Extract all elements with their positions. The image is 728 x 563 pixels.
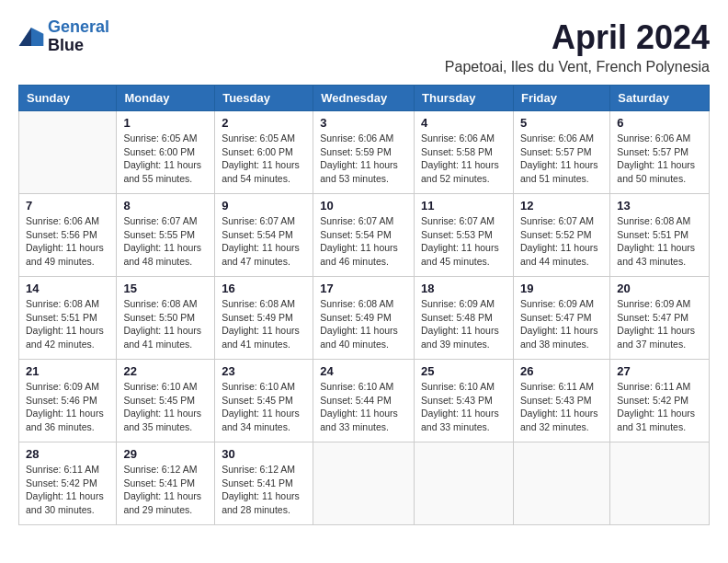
col-header-tuesday: Tuesday xyxy=(215,86,313,111)
calendar-cell xyxy=(610,442,710,525)
calendar-cell xyxy=(19,111,117,194)
calendar-cell xyxy=(415,442,514,525)
calendar-cell: 5Sunrise: 6:06 AM Sunset: 5:57 PM Daylig… xyxy=(513,111,609,194)
calendar-cell: 21Sunrise: 6:09 AM Sunset: 5:46 PM Dayli… xyxy=(19,360,117,442)
day-number: 15 xyxy=(123,282,208,295)
day-info: Sunrise: 6:07 AM Sunset: 5:53 PM Dayligh… xyxy=(421,214,506,269)
calendar-cell: 16Sunrise: 6:08 AM Sunset: 5:49 PM Dayli… xyxy=(215,277,313,360)
calendar-cell: 23Sunrise: 6:10 AM Sunset: 5:45 PM Dayli… xyxy=(215,360,313,442)
day-info: Sunrise: 6:11 AM Sunset: 5:43 PM Dayligh… xyxy=(520,380,603,434)
day-info: Sunrise: 6:09 AM Sunset: 5:47 PM Dayligh… xyxy=(520,297,603,351)
calendar-cell: 26Sunrise: 6:11 AM Sunset: 5:43 PM Dayli… xyxy=(513,360,609,442)
calendar-cell: 8Sunrise: 6:07 AM Sunset: 5:55 PM Daylig… xyxy=(117,194,215,277)
page-header: General Blue April 2024 Papetoai, Iles d… xyxy=(18,18,710,75)
day-number: 5 xyxy=(520,116,603,130)
svg-marker-1 xyxy=(19,28,31,46)
calendar-cell: 13Sunrise: 6:08 AM Sunset: 5:51 PM Dayli… xyxy=(610,194,710,277)
calendar-cell: 17Sunrise: 6:08 AM Sunset: 5:49 PM Dayli… xyxy=(313,277,415,360)
day-number: 26 xyxy=(520,364,603,378)
calendar-header-row: SundayMondayTuesdayWednesdayThursdayFrid… xyxy=(19,86,710,111)
week-row-5: 28Sunrise: 6:11 AM Sunset: 5:42 PM Dayli… xyxy=(19,442,710,525)
day-number: 6 xyxy=(617,116,702,130)
day-info: Sunrise: 6:08 AM Sunset: 5:51 PM Dayligh… xyxy=(26,297,109,351)
day-number: 3 xyxy=(320,116,407,130)
calendar-cell: 10Sunrise: 6:07 AM Sunset: 5:54 PM Dayli… xyxy=(313,194,415,277)
calendar-cell: 3Sunrise: 6:06 AM Sunset: 5:59 PM Daylig… xyxy=(313,111,415,194)
col-header-wednesday: Wednesday xyxy=(313,86,415,111)
day-info: Sunrise: 6:06 AM Sunset: 5:57 PM Dayligh… xyxy=(617,132,702,186)
calendar-table: SundayMondayTuesdayWednesdayThursdayFrid… xyxy=(18,85,710,525)
day-info: Sunrise: 6:06 AM Sunset: 5:56 PM Dayligh… xyxy=(26,214,109,269)
day-info: Sunrise: 6:07 AM Sunset: 5:54 PM Dayligh… xyxy=(222,214,306,269)
calendar-cell: 29Sunrise: 6:12 AM Sunset: 5:41 PM Dayli… xyxy=(117,442,215,525)
day-number: 24 xyxy=(320,364,407,378)
day-info: Sunrise: 6:09 AM Sunset: 5:47 PM Dayligh… xyxy=(617,297,702,351)
day-number: 25 xyxy=(421,364,506,378)
day-info: Sunrise: 6:08 AM Sunset: 5:49 PM Dayligh… xyxy=(320,297,407,351)
day-number: 12 xyxy=(520,199,603,213)
day-number: 16 xyxy=(222,282,306,295)
day-info: Sunrise: 6:06 AM Sunset: 5:57 PM Dayligh… xyxy=(520,132,603,186)
day-info: Sunrise: 6:12 AM Sunset: 5:41 PM Dayligh… xyxy=(222,463,306,517)
day-info: Sunrise: 6:07 AM Sunset: 5:55 PM Dayligh… xyxy=(123,214,208,269)
week-row-1: 1Sunrise: 6:05 AM Sunset: 6:00 PM Daylig… xyxy=(19,111,710,194)
day-number: 17 xyxy=(320,282,407,295)
week-row-3: 14Sunrise: 6:08 AM Sunset: 5:51 PM Dayli… xyxy=(19,277,710,360)
title-block: April 2024 Papetoai, Iles du Vent, Frenc… xyxy=(445,18,710,75)
calendar-cell: 1Sunrise: 6:05 AM Sunset: 6:00 PM Daylig… xyxy=(117,111,215,194)
day-info: Sunrise: 6:08 AM Sunset: 5:49 PM Dayligh… xyxy=(222,297,306,351)
calendar-cell: 24Sunrise: 6:10 AM Sunset: 5:44 PM Dayli… xyxy=(313,360,415,442)
day-info: Sunrise: 6:09 AM Sunset: 5:46 PM Dayligh… xyxy=(26,380,109,434)
location: Papetoai, Iles du Vent, French Polynesia xyxy=(445,59,710,75)
calendar-cell: 27Sunrise: 6:11 AM Sunset: 5:42 PM Dayli… xyxy=(610,360,710,442)
day-number: 10 xyxy=(320,199,407,213)
calendar-cell: 11Sunrise: 6:07 AM Sunset: 5:53 PM Dayli… xyxy=(415,194,514,277)
day-number: 13 xyxy=(617,199,702,213)
day-number: 11 xyxy=(421,199,506,213)
day-info: Sunrise: 6:05 AM Sunset: 6:00 PM Dayligh… xyxy=(123,132,208,186)
day-info: Sunrise: 6:08 AM Sunset: 5:50 PM Dayligh… xyxy=(123,297,208,351)
calendar-cell: 4Sunrise: 6:06 AM Sunset: 5:58 PM Daylig… xyxy=(415,111,514,194)
calendar-cell: 18Sunrise: 6:09 AM Sunset: 5:48 PM Dayli… xyxy=(415,277,514,360)
day-number: 19 xyxy=(520,282,603,295)
calendar-cell: 19Sunrise: 6:09 AM Sunset: 5:47 PM Dayli… xyxy=(513,277,609,360)
day-info: Sunrise: 6:11 AM Sunset: 5:42 PM Dayligh… xyxy=(26,463,109,517)
day-info: Sunrise: 6:10 AM Sunset: 5:45 PM Dayligh… xyxy=(222,380,306,434)
col-header-friday: Friday xyxy=(513,86,609,111)
day-info: Sunrise: 6:07 AM Sunset: 5:52 PM Dayligh… xyxy=(520,214,603,269)
day-number: 8 xyxy=(123,199,208,213)
col-header-thursday: Thursday xyxy=(415,86,514,111)
calendar-cell: 22Sunrise: 6:10 AM Sunset: 5:45 PM Dayli… xyxy=(117,360,215,442)
day-number: 29 xyxy=(123,447,208,461)
day-number: 1 xyxy=(123,116,208,130)
calendar-cell xyxy=(313,442,415,525)
day-number: 21 xyxy=(26,364,109,378)
day-info: Sunrise: 6:05 AM Sunset: 6:00 PM Dayligh… xyxy=(222,132,306,186)
day-number: 2 xyxy=(222,116,306,130)
day-info: Sunrise: 6:10 AM Sunset: 5:45 PM Dayligh… xyxy=(123,380,208,434)
calendar-cell: 30Sunrise: 6:12 AM Sunset: 5:41 PM Dayli… xyxy=(215,442,313,525)
calendar-cell: 6Sunrise: 6:06 AM Sunset: 5:57 PM Daylig… xyxy=(610,111,710,194)
day-info: Sunrise: 6:11 AM Sunset: 5:42 PM Dayligh… xyxy=(617,380,702,434)
week-row-4: 21Sunrise: 6:09 AM Sunset: 5:46 PM Dayli… xyxy=(19,360,710,442)
calendar-cell: 9Sunrise: 6:07 AM Sunset: 5:54 PM Daylig… xyxy=(215,194,313,277)
logo: General Blue xyxy=(18,18,109,55)
col-header-monday: Monday xyxy=(117,86,215,111)
day-info: Sunrise: 6:10 AM Sunset: 5:44 PM Dayligh… xyxy=(320,380,407,434)
col-header-saturday: Saturday xyxy=(610,86,710,111)
day-number: 20 xyxy=(617,282,702,295)
day-number: 7 xyxy=(26,199,109,213)
calendar-cell: 2Sunrise: 6:05 AM Sunset: 6:00 PM Daylig… xyxy=(215,111,313,194)
day-info: Sunrise: 6:10 AM Sunset: 5:43 PM Dayligh… xyxy=(421,380,506,434)
day-number: 27 xyxy=(617,364,702,378)
day-number: 4 xyxy=(421,116,506,130)
week-row-2: 7Sunrise: 6:06 AM Sunset: 5:56 PM Daylig… xyxy=(19,194,710,277)
calendar-cell: 28Sunrise: 6:11 AM Sunset: 5:42 PM Dayli… xyxy=(19,442,117,525)
logo-icon xyxy=(18,28,44,46)
day-number: 18 xyxy=(421,282,506,295)
day-info: Sunrise: 6:06 AM Sunset: 5:59 PM Dayligh… xyxy=(320,132,407,186)
day-number: 28 xyxy=(26,447,109,461)
day-info: Sunrise: 6:08 AM Sunset: 5:51 PM Dayligh… xyxy=(617,214,702,269)
logo-text: General Blue xyxy=(48,18,109,55)
calendar-cell: 20Sunrise: 6:09 AM Sunset: 5:47 PM Dayli… xyxy=(610,277,710,360)
